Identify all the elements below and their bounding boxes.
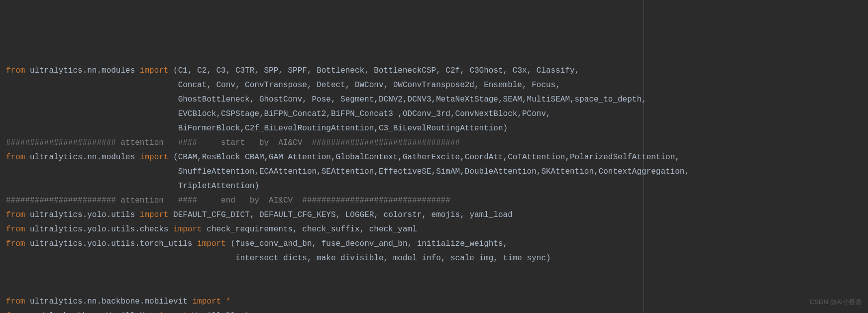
- code-token: ultralytics.yolo.utils.torch_utils: [30, 239, 197, 248]
- code-line[interactable]: intersect_dicts, make_divisible, model_i…: [6, 251, 868, 266]
- code-line[interactable]: from ultralytics.nn.modules import (CBAM…: [6, 150, 868, 165]
- code-token: (C1, C2, C3, C3TR, SPP, SPPF, Bottleneck…: [173, 66, 579, 75]
- code-token: ultralytics.nn.modules: [30, 66, 140, 75]
- code-token: import: [140, 66, 173, 75]
- code-token: EVCBlock,CSPStage,BiFPN_Concat2,BiFPN_Co…: [178, 109, 551, 118]
- code-token: from: [6, 153, 30, 162]
- code-token: import: [192, 297, 225, 306]
- code-token: import: [140, 210, 173, 219]
- code-line[interactable]: from models.backbone.VanillaNet import V…: [6, 309, 868, 313]
- code-token: (fuse_conv_and_bn, fuse_deconv_and_bn, i…: [230, 239, 508, 248]
- code-token: check_requirements, check_suffix, check_…: [207, 225, 417, 234]
- code-token: from: [6, 210, 30, 219]
- code-token: from: [6, 66, 30, 75]
- code-line[interactable]: EVCBlock,CSPStage,BiFPN_Concat2,BiFPN_Co…: [6, 107, 868, 121]
- code-token: ShuffleAttention,ECAAttention,SEAttentio…: [178, 167, 689, 176]
- code-line[interactable]: from ultralytics.nn.modules import (C1, …: [6, 64, 868, 78]
- code-line[interactable]: GhostBottleneck, GhostConv, Pose, Segmen…: [6, 93, 868, 107]
- code-line[interactable]: from ultralytics.yolo.utils.checks impor…: [6, 222, 868, 237]
- code-line[interactable]: ####################### attention #### s…: [6, 136, 868, 150]
- code-token: GhostBottleneck, GhostConv, Pose, Segmen…: [178, 95, 647, 104]
- code-token: import: [197, 239, 230, 248]
- code-line[interactable]: ShuffleAttention,ECAAttention,SEAttentio…: [6, 165, 868, 179]
- code-line[interactable]: from ultralytics.yolo.utils.torch_utils …: [6, 237, 868, 251]
- code-token: ####################### attention #### e…: [6, 196, 450, 205]
- code-token: Concat, Conv, ConvTranspose, Detect, DWC…: [178, 81, 560, 90]
- code-line[interactable]: TripletAttention): [6, 179, 868, 194]
- code-token: from: [6, 239, 30, 248]
- watermark-text: CSDN @AI小怪兽: [810, 295, 862, 309]
- code-token: *: [226, 297, 231, 306]
- code-line[interactable]: from ultralytics.yolo.utils import DEFAU…: [6, 208, 868, 222]
- code-token: ultralytics.nn.backbone.mobilevit: [30, 297, 192, 306]
- code-token: intersect_dicts, make_divisible, model_i…: [235, 254, 551, 263]
- code-line[interactable]: Concat, Conv, ConvTranspose, Detect, DWC…: [6, 78, 868, 93]
- code-token: BiFormerBlock,C2f_BiLevelRoutingAttentio…: [178, 124, 508, 133]
- code-token: ultralytics.nn.modules: [30, 153, 140, 162]
- code-line[interactable]: ####################### attention #### e…: [6, 194, 868, 208]
- code-line[interactable]: BiFormerBlock,C2f_BiLevelRoutingAttentio…: [6, 121, 868, 136]
- code-token: ####################### attention #### s…: [6, 138, 460, 147]
- code-token: ultralytics.yolo.utils.checks: [30, 225, 173, 234]
- code-token: DEFAULT_CFG_DICT, DEFAULT_CFG_KEYS, LOGG…: [173, 210, 513, 219]
- right-margin-ruler: [644, 0, 644, 313]
- code-line[interactable]: [6, 280, 868, 295]
- code-token: import: [173, 225, 207, 234]
- code-token: (CBAM,ResBlock_CBAM,GAM_Attention,Global…: [173, 153, 680, 162]
- code-token: TripletAttention): [178, 182, 259, 191]
- code-line[interactable]: [6, 266, 868, 280]
- code-token: from: [6, 297, 30, 306]
- code-editor-area[interactable]: from ultralytics.nn.modules import (C1, …: [6, 64, 868, 313]
- code-token: import: [140, 153, 173, 162]
- code-line[interactable]: from ultralytics.nn.backbone.mobilevit i…: [6, 295, 868, 309]
- code-token: from: [6, 225, 30, 234]
- code-token: ultralytics.yolo.utils: [30, 210, 140, 219]
